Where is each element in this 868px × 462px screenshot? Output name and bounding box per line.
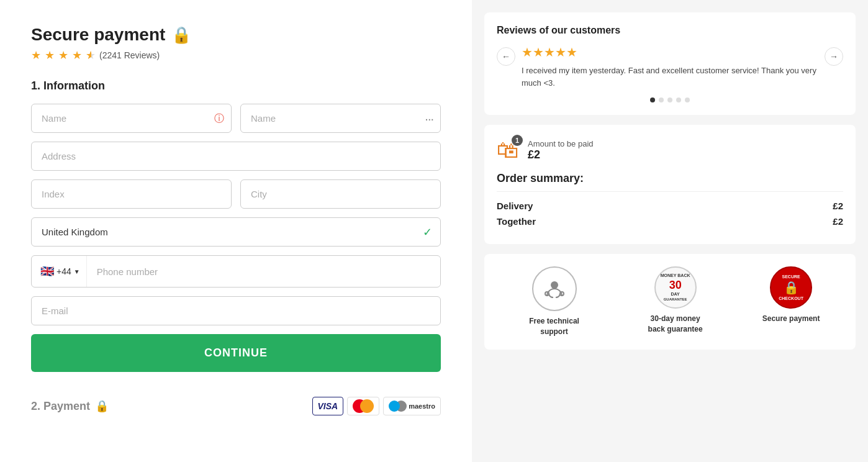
left-panel: Secure payment 🔒 ★ ★ ★ ★ ★ ★ (2241 Revie… — [0, 0, 472, 462]
dot-3[interactable] — [667, 97, 672, 102]
dot-1[interactable] — [650, 97, 655, 102]
trust-secure-pay: SECURE 🔒 CHECKOUT Secure payment — [762, 266, 820, 324]
trust-section: Free technical support MONEY BACK 30 DAY… — [484, 254, 856, 350]
right-panel: Reviews of our customers ← ★★★★★ I recei… — [472, 0, 868, 462]
dot-2[interactable] — [659, 97, 664, 102]
first-name-group: ⓘ — [31, 104, 232, 133]
payment-section: 2. Payment 🔒 VISA maestro — [31, 397, 441, 415]
money-back-badge: MONEY BACK 30 DAY GUARANTEE — [654, 266, 697, 309]
maestro-card: maestro — [383, 397, 441, 415]
phone-input[interactable] — [87, 258, 440, 286]
city-group — [240, 179, 441, 209]
name-row: ⓘ ··· — [31, 104, 441, 133]
phone-row: 🇬🇧 +44 ▼ — [31, 255, 441, 288]
support-label: Free technical support — [520, 316, 589, 337]
reviews-summary: ★ ★ ★ ★ ★ ★ (2241 Reviews) — [31, 48, 441, 62]
support-icon-circle — [532, 266, 577, 311]
reviews-section: Reviews of our customers ← ★★★★★ I recei… — [484, 12, 856, 115]
star-1: ★ — [31, 48, 41, 62]
delivery-value: £2 — [833, 201, 843, 211]
delivery-label: Delivery — [497, 201, 533, 211]
index-input[interactable] — [31, 179, 232, 209]
next-review-button[interactable]: → — [825, 47, 843, 66]
payment-label: 2. Payment — [31, 400, 90, 413]
dots-icon: ··· — [425, 111, 433, 125]
page-title-row: Secure payment 🔒 — [31, 25, 441, 45]
reviews-count: (2241 Reviews) — [99, 50, 160, 60]
first-name-input[interactable] — [31, 104, 232, 133]
continue-button[interactable]: CONTINUE — [31, 334, 441, 372]
dot-5[interactable] — [685, 97, 690, 102]
mc-orange-circle — [360, 399, 374, 413]
visa-card: VISA — [312, 397, 344, 415]
secure-badge: SECURE 🔒 CHECKOUT — [770, 266, 812, 309]
review-nav: ← ★★★★★ I received my item yesterday. Fa… — [497, 45, 843, 89]
order-line-together: Together £2 — [497, 216, 843, 227]
money-back-label: 30-day money back guarantee — [641, 314, 710, 335]
index-group — [31, 179, 232, 209]
last-name-group: ··· — [240, 104, 441, 133]
order-line-delivery: Delivery £2 — [497, 201, 843, 211]
amount-label: Amount to be paid — [528, 139, 843, 148]
page-title: Secure payment — [31, 25, 165, 45]
star-3: ★ — [58, 48, 68, 62]
bag-count-badge: 1 — [512, 135, 523, 146]
review-dots — [497, 97, 843, 102]
order-divider — [497, 191, 843, 192]
city-input[interactable] — [240, 179, 441, 209]
email-input[interactable] — [31, 296, 441, 325]
trust-support: Free technical support — [520, 266, 589, 337]
review-text: I received my item yesterday. Fast and e… — [522, 65, 818, 89]
payment-cards: VISA maestro — [312, 397, 441, 415]
country-wrapper: United Kingdom United States Germany Fra… — [31, 217, 441, 247]
lock-icon: 🔒 — [171, 25, 191, 45]
star-2: ★ — [45, 48, 55, 62]
trust-money-back: MONEY BACK 30 DAY GUARANTEE 30-day money… — [641, 266, 710, 335]
address-input[interactable] — [31, 142, 441, 171]
phone-code: +44 — [57, 266, 71, 276]
payment-title: 2. Payment 🔒 — [31, 399, 109, 413]
last-name-input[interactable] — [240, 104, 441, 133]
address-row — [31, 142, 441, 171]
phone-dropdown-icon: ▼ — [74, 268, 80, 275]
email-row — [31, 296, 441, 325]
review-content: ★★★★★ I received my item yesterday. Fast… — [522, 45, 818, 89]
index-city-row — [31, 179, 441, 209]
country-select[interactable]: United Kingdom United States Germany Fra… — [31, 217, 441, 247]
reviews-heading: Reviews of our customers — [497, 25, 843, 36]
phone-prefix-button[interactable]: 🇬🇧 +44 ▼ — [32, 256, 87, 287]
amount-value: £2 — [528, 148, 843, 161]
secure-pay-label: Secure payment — [762, 314, 820, 324]
together-label: Together — [497, 216, 536, 227]
together-value: £2 — [833, 216, 843, 227]
phone-flag: 🇬🇧 — [40, 265, 54, 278]
bag-icon-wrap: 🛍 1 — [497, 137, 519, 163]
order-section: 🛍 1 Amount to be paid £2 Order summary: … — [484, 125, 856, 244]
error-icon: ⓘ — [214, 112, 224, 125]
dot-4[interactable] — [676, 97, 681, 102]
payment-lock-icon: 🔒 — [95, 399, 109, 413]
prev-review-button[interactable]: ← — [497, 47, 515, 66]
country-check-icon: ✓ — [423, 225, 432, 239]
section1-title: 1. Information — [31, 79, 441, 93]
order-summary-title: Order summary: — [497, 172, 843, 185]
order-header: 🛍 1 Amount to be paid £2 — [497, 137, 843, 163]
amount-to-pay: Amount to be paid £2 — [528, 139, 843, 161]
star-5-half: ★ ★ — [86, 48, 96, 62]
mastercard-card — [347, 397, 379, 415]
svg-point-0 — [551, 281, 558, 289]
star-4: ★ — [72, 48, 82, 62]
review-stars: ★★★★★ — [522, 45, 818, 60]
